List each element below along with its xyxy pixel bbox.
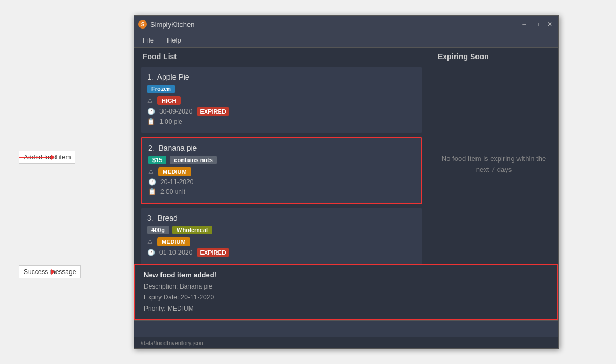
tags-row: 400g Wholemeal xyxy=(147,226,416,234)
app-icon: S xyxy=(138,20,147,29)
expiring-soon-section: Expiring Soon No food item is expiring w… xyxy=(429,48,558,264)
warning-icon: ⚠ xyxy=(147,97,153,104)
statusbar-path: \data\foodInventory.json xyxy=(141,340,204,346)
priority-badge-high: HIGH xyxy=(157,96,181,105)
food-item-name: 3. Bread xyxy=(147,214,416,222)
quantity-value: 1.00 pie xyxy=(159,118,183,125)
priority-row: ⚠ HIGH xyxy=(147,96,416,105)
maximize-button[interactable]: □ xyxy=(533,20,541,29)
food-item-apple-pie[interactable]: 1. Apple Pie Frozen ⚠ HIGH 🕐 xyxy=(141,67,422,133)
quantity-row: 📋 2.00 unit xyxy=(148,188,415,195)
top-panel: Food List 1. Apple Pie Frozen ⚠ xyxy=(134,48,558,264)
tag-nuts: contains nuts xyxy=(170,156,217,164)
tag-weight: 400g xyxy=(147,226,169,234)
window-controls: − □ ✕ xyxy=(520,20,554,29)
console-area: New food item added! Description: Banana… xyxy=(134,264,558,337)
outer-wrapper: Added food item Success message S Simply… xyxy=(0,0,616,364)
tag-price: $15 xyxy=(148,156,166,164)
priority-row: ⚠ MEDIUM xyxy=(147,237,416,246)
expired-badge: EXPIRED xyxy=(197,248,229,257)
priority-badge-medium: MEDIUM xyxy=(157,237,190,246)
tags-row: $15 contains nuts xyxy=(148,156,415,164)
minimize-button[interactable]: − xyxy=(520,20,528,29)
date-row: 🕐 30-09-2020 EXPIRED xyxy=(147,107,416,116)
date-value: 01-10-2020 xyxy=(159,249,192,256)
box-icon: 📋 xyxy=(148,188,156,195)
app-title: SimplyKitchen xyxy=(150,20,520,29)
main-content: Food List 1. Apple Pie Frozen ⚠ xyxy=(134,48,558,348)
date-value: 30-09-2020 xyxy=(159,108,192,115)
success-message-box: New food item added! Description: Banana… xyxy=(134,264,558,320)
expired-badge: EXPIRED xyxy=(197,107,229,116)
menu-file[interactable]: File xyxy=(141,35,156,45)
food-list-scroll[interactable]: 1. Apple Pie Frozen ⚠ HIGH 🕐 xyxy=(134,65,429,264)
clock-icon: 🕐 xyxy=(147,249,155,256)
success-title: New food item added! xyxy=(144,271,549,279)
quantity-row: 📋 1.00 pie xyxy=(147,118,416,125)
arrow-success xyxy=(19,269,55,275)
menubar: File Help xyxy=(134,33,558,48)
food-list-header: Food List xyxy=(134,48,429,65)
success-description: Description: Banana pie Expiry Date: 20-… xyxy=(144,281,549,314)
food-item-name: 2. Banana pie xyxy=(148,144,415,152)
priority-row: ⚠ MEDIUM xyxy=(148,167,415,176)
priority-badge-medium: MEDIUM xyxy=(158,167,191,176)
titlebar: S SimplyKitchen − □ ✕ xyxy=(134,16,558,33)
date-row: 🕐 20-11-2020 xyxy=(148,178,415,186)
clock-icon: 🕐 xyxy=(147,108,155,115)
food-item-bread[interactable]: 3. Bread 400g Wholemeal ⚠ MEDIUM xyxy=(141,208,422,264)
food-item-name: 1. Apple Pie xyxy=(147,73,416,81)
tag-frozen: Frozen xyxy=(147,85,175,93)
box-icon: 📋 xyxy=(147,118,155,125)
food-list-section: Food List 1. Apple Pie Frozen ⚠ xyxy=(134,48,429,264)
warning-icon: ⚠ xyxy=(148,168,154,176)
tags-row: Frozen xyxy=(147,85,416,93)
input-cursor xyxy=(141,325,141,333)
expiring-soon-empty-message: No food item is expiring within the next… xyxy=(429,65,558,264)
clock-icon: 🕐 xyxy=(148,178,156,186)
food-item-banana-pie[interactable]: 2. Banana pie $15 contains nuts ⚠ MEDIUM xyxy=(141,137,422,204)
app-window: S SimplyKitchen − □ ✕ File Help Food Lis… xyxy=(134,15,559,349)
menu-help[interactable]: Help xyxy=(165,35,184,45)
arrow-added-food xyxy=(19,155,55,160)
date-value: 20-11-2020 xyxy=(160,178,193,186)
input-area[interactable] xyxy=(134,320,558,337)
close-button[interactable]: ✕ xyxy=(545,20,554,29)
tag-wholemeal: Wholemeal xyxy=(172,226,212,234)
warning-icon: ⚠ xyxy=(147,238,153,246)
expiring-soon-header: Expiring Soon xyxy=(429,48,558,65)
quantity-value: 2.00 unit xyxy=(160,188,185,195)
statusbar: \data\foodInventory.json xyxy=(134,337,558,348)
date-row: 🕐 01-10-2020 EXPIRED xyxy=(147,248,416,257)
